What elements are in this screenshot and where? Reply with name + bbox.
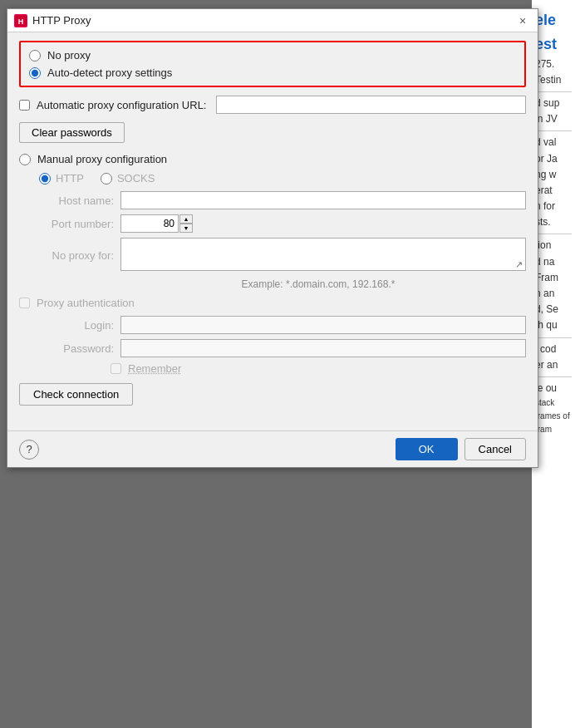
clear-passwords-button[interactable]: Clear passwords	[19, 122, 125, 143]
bg-text: d sup	[535, 96, 572, 111]
bg-text: ng w	[535, 167, 572, 183]
host-name-label: Host name:	[31, 194, 114, 207]
close-button[interactable]: ×	[514, 12, 531, 29]
manual-proxy-label[interactable]: Manual proxy configuration	[37, 153, 167, 165]
dialog-body: No proxy Auto-detect proxy settings Auto…	[7, 32, 538, 430]
ok-button[interactable]: OK	[396, 438, 458, 460]
bg-text: ele	[535, 8, 572, 32]
login-label: Login:	[31, 319, 114, 332]
bg-text: erat	[535, 183, 572, 199]
no-proxy-for-row: No proxy for: ↗	[31, 238, 526, 273]
password-input[interactable]	[120, 339, 526, 357]
bg-text: est	[535, 32, 572, 57]
manual-proxy-radio[interactable]	[19, 154, 31, 165]
bg-text: l cod	[535, 342, 572, 357]
title-bar-left: H HTTP Proxy	[14, 14, 91, 27]
auto-detect-row: Auto-detect proxy settings	[29, 66, 516, 79]
login-row: Login:	[31, 316, 526, 334]
check-connection-button[interactable]: Check connection	[19, 383, 133, 406]
cancel-button[interactable]: Cancel	[464, 438, 526, 460]
login-input[interactable]	[120, 316, 526, 334]
divider	[535, 337, 572, 338]
auto-detect-radio[interactable]	[29, 67, 41, 79]
http-label[interactable]: HTTP	[56, 172, 84, 184]
divider	[535, 130, 572, 131]
manual-proxy-row: Manual proxy configuration	[19, 153, 526, 165]
password-row: Password:	[31, 339, 526, 357]
port-number-row: Port number: ▲ ▼	[31, 214, 526, 233]
bg-text: n an	[535, 286, 572, 302]
port-number-input[interactable]	[120, 214, 179, 233]
password-label: Password:	[31, 342, 114, 355]
proxy-auth-label[interactable]: Proxy authentication	[37, 297, 135, 309]
port-number-label: Port number:	[31, 218, 114, 230]
bg-text: sts.	[535, 214, 572, 230]
divider	[535, 376, 572, 377]
http-proxy-dialog: H HTTP Proxy × No proxy Auto-detect prox…	[7, 8, 538, 468]
host-name-row: Host name:	[31, 191, 526, 209]
bg-text: Fram	[535, 270, 572, 286]
remember-checkbox[interactable]	[111, 363, 121, 374]
host-name-input[interactable]	[120, 191, 526, 209]
port-down-button[interactable]: ▼	[179, 224, 193, 233]
socks-protocol-option: SOCKS	[101, 172, 155, 184]
remember-row: Remember	[111, 362, 526, 375]
bg-text: 275.	[535, 57, 572, 72]
port-up-button[interactable]: ▲	[179, 214, 193, 224]
title-bar: H HTTP Proxy ×	[7, 9, 538, 32]
http-radio[interactable]	[39, 173, 51, 184]
expand-icon[interactable]: ↗	[515, 259, 523, 270]
no-proxy-for-input-wrap: ↗	[120, 238, 526, 273]
footer-right: OK Cancel	[396, 438, 526, 460]
bg-text: or Ja	[535, 151, 572, 167]
bg-text: in JV	[535, 111, 572, 127]
bg-text: d val	[535, 135, 572, 150]
example-text: Example: *.domain.com, 192.168.*	[111, 278, 526, 290]
http-protocol-option: HTTP	[39, 172, 84, 184]
no-proxy-row: No proxy	[29, 49, 516, 61]
auto-config-row: Automatic proxy configuration URL:	[19, 96, 526, 114]
port-spinner: ▲ ▼	[179, 214, 193, 233]
help-button[interactable]: ?	[19, 440, 39, 460]
svg-text:H: H	[18, 17, 24, 26]
bg-text: er an	[535, 357, 572, 373]
no-proxy-for-input[interactable]	[120, 238, 526, 271]
bg-text: le ou	[535, 381, 572, 396]
divider	[535, 234, 572, 234]
socks-radio[interactable]	[101, 173, 112, 184]
auto-config-checkbox[interactable]	[19, 100, 30, 111]
proxy-auth-row: Proxy authentication	[19, 297, 526, 309]
proxy-auth-checkbox[interactable]	[19, 298, 30, 308]
bg-text: d na	[535, 254, 572, 270]
auto-config-label[interactable]: Automatic proxy configuration URL:	[37, 99, 206, 111]
divider	[535, 91, 572, 92]
remember-label[interactable]: Remember	[128, 362, 181, 375]
dialog-footer: ? OK Cancel	[7, 430, 538, 467]
dialog-icon: H	[14, 14, 27, 27]
auto-detect-label[interactable]: Auto-detect proxy settings	[47, 66, 172, 79]
no-proxy-label[interactable]: No proxy	[47, 49, 91, 61]
proxy-type-selection: No proxy Auto-detect proxy settings	[19, 41, 526, 87]
dialog-title: HTTP Proxy	[32, 14, 91, 27]
protocol-row: HTTP SOCKS	[39, 172, 526, 184]
bg-text: Testin	[535, 72, 572, 88]
no-proxy-for-label: No proxy for:	[31, 249, 114, 262]
auto-config-url-input[interactable]	[216, 96, 526, 114]
bg-text: tion	[535, 238, 572, 253]
bg-text: stack frames of fram	[535, 396, 572, 436]
no-proxy-radio[interactable]	[29, 50, 41, 61]
bg-text: n for	[535, 199, 572, 214]
socks-label[interactable]: SOCKS	[117, 172, 155, 184]
bg-text: th qu	[535, 317, 572, 333]
bg-text: d, Se	[535, 302, 572, 317]
